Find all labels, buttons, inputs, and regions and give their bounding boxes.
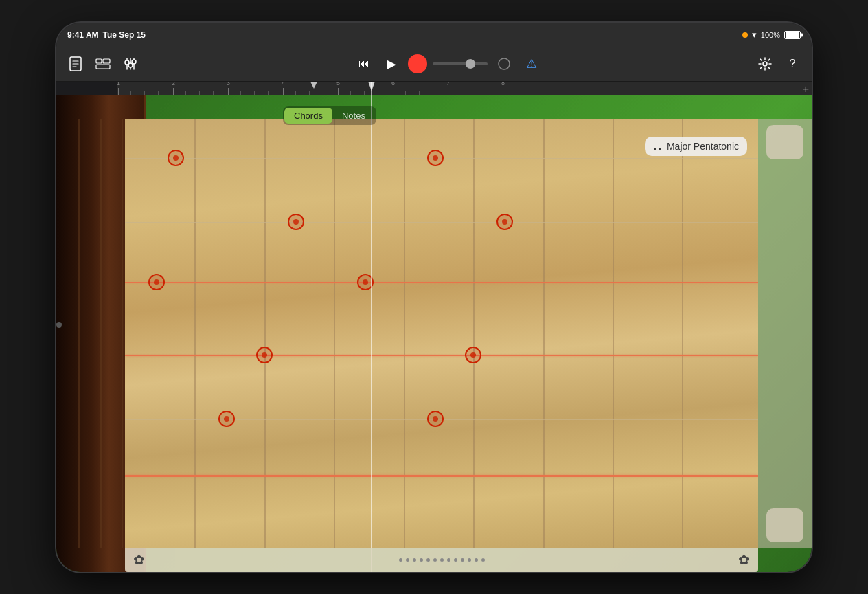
sustain-dot [447, 558, 450, 562]
svg-point-9 [132, 60, 136, 64]
sustain-left-icon: ✿ [133, 551, 145, 568]
sustain-dot [399, 558, 402, 562]
ruler-mark-2: 2 [172, 82, 175, 87]
chords-button[interactable]: Chords [284, 108, 332, 124]
sustain-right-icon: ✿ [738, 551, 750, 568]
scroll-down-button[interactable] [766, 508, 803, 542]
sustain-dot [440, 558, 444, 562]
volume-slider[interactable] [433, 62, 488, 65]
fretboard[interactable] [125, 119, 758, 548]
status-bar: 9:41 AM Tue Sep 15 ▾ 100% [56, 23, 812, 47]
metronome-button[interactable]: ⚠ [521, 53, 542, 75]
ruler-mark-6: 6 [391, 82, 395, 87]
note-marker[interactable] [496, 214, 513, 230]
sustain-dot [426, 558, 430, 562]
document-button[interactable] [65, 53, 87, 75]
sustain-dot [481, 558, 485, 562]
sustain-slider[interactable]: ✿ ✿ [125, 548, 758, 572]
note-marker[interactable] [168, 150, 184, 166]
svg-rect-3 [96, 65, 110, 69]
ruler-mark-5: 5 [336, 82, 340, 87]
playhead[interactable] [371, 82, 372, 572]
svg-point-11 [763, 62, 767, 66]
svg-point-10 [499, 58, 510, 69]
note-marker[interactable] [218, 411, 235, 427]
scale-name: Major Pentatonic [667, 141, 739, 152]
sustain-dot [433, 558, 437, 562]
annotation-line-horizontal [674, 273, 812, 273]
note-marker[interactable] [288, 214, 304, 230]
svg-point-8 [128, 63, 133, 67]
sustain-dot [454, 558, 457, 562]
status-right: ▾ 100% [742, 30, 801, 40]
sustain-dot [413, 558, 416, 562]
scale-label[interactable]: ♩♩ Major Pentatonic [645, 137, 747, 156]
mixer-button[interactable] [119, 53, 141, 75]
note-marker[interactable] [148, 274, 165, 290]
ruler-marks: 1 2 3 4 5 [117, 82, 812, 95]
ruler-mark-8: 8 [501, 82, 505, 87]
sustain-dot [461, 558, 464, 562]
settings-button[interactable] [754, 53, 776, 75]
note-marker[interactable] [256, 347, 273, 363]
mode-toggle: Chords Notes [283, 106, 376, 125]
svg-rect-2 [103, 59, 110, 63]
date-display: Tue Sep 15 [103, 30, 146, 40]
note-marker[interactable] [427, 411, 444, 427]
help-button[interactable]: ? [781, 53, 803, 75]
side-dot [56, 322, 62, 328]
battery-percentage: 100% [761, 31, 780, 39]
battery-icon [784, 31, 801, 39]
instrument-area: ✿ ✿ [56, 95, 812, 572]
notes-button[interactable]: Notes [332, 108, 375, 124]
rewind-button[interactable]: ⏮ [353, 53, 375, 75]
wifi-icon: ▾ [752, 30, 757, 40]
sustain-dot [420, 558, 423, 562]
screen: 9:41 AM Tue Sep 15 ▾ 100% [56, 23, 812, 572]
ruler-mark-3: 3 [227, 82, 230, 87]
scroll-up-button[interactable] [766, 125, 803, 159]
sustain-dot [468, 558, 471, 562]
sustain-dot [406, 558, 409, 562]
ruler-mark-1: 1 [117, 82, 120, 87]
ruler-mark-4: 4 [282, 82, 285, 87]
volume-knob[interactable] [466, 59, 475, 69]
svg-rect-1 [96, 59, 102, 63]
note-marker[interactable] [427, 150, 444, 166]
scale-note-icon: ♩♩ [653, 141, 663, 152]
sustain-dot [475, 558, 478, 562]
loop-button[interactable] [493, 53, 515, 75]
time-display: 9:41 AM [67, 30, 99, 40]
sustain-dots-container [152, 558, 731, 562]
scroll-controls [758, 119, 812, 548]
ruler-mark-7: 7 [446, 82, 450, 87]
battery-fill [786, 32, 799, 38]
device-frame: 9:41 AM Tue Sep 15 ▾ 100% [56, 23, 812, 572]
record-button[interactable] [408, 54, 427, 73]
play-button[interactable]: ▶ [380, 53, 402, 75]
status-left: 9:41 AM Tue Sep 15 [67, 30, 146, 40]
track-view-button[interactable] [92, 53, 114, 75]
note-marker[interactable] [465, 347, 481, 363]
add-track-button[interactable]: + [803, 83, 809, 95]
toolbar: ⏮ ▶ ⚠ [56, 47, 812, 82]
ruler: 1 2 3 4 5 [117, 82, 812, 95]
annotation-line-vertical [312, 95, 312, 160]
status-dot [742, 32, 748, 38]
